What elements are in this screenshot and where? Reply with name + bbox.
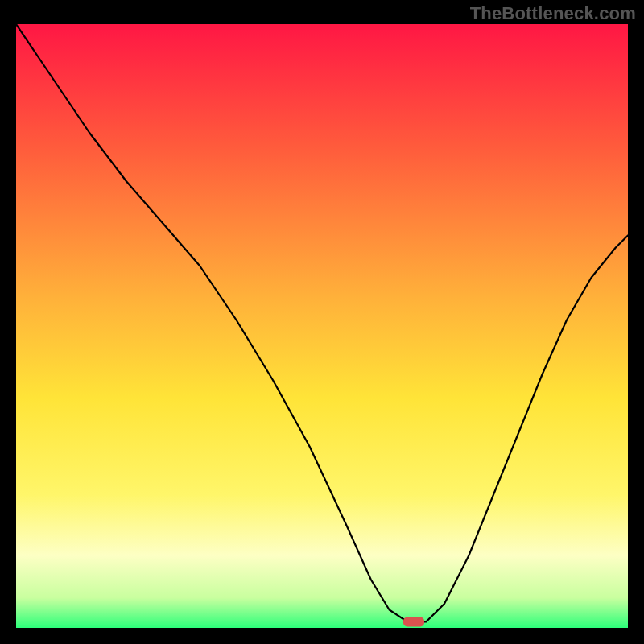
chart-svg [16, 24, 628, 628]
watermark-text: TheBottleneck.com [470, 3, 636, 24]
chart-frame: TheBottleneck.com [0, 0, 644, 644]
optimal-point-marker [403, 617, 424, 627]
plot-area [16, 24, 628, 628]
gradient-background [16, 24, 628, 628]
